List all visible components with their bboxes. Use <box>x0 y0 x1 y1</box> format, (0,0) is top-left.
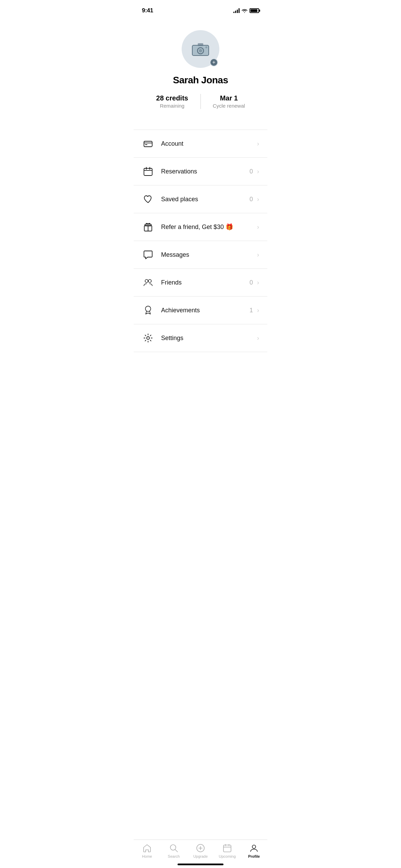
menu-item-reservations[interactable]: Reservations 0 › <box>134 158 267 185</box>
refer-label: Refer a friend, Get $30 🎁 <box>161 223 257 231</box>
menu-item-account[interactable]: Account › <box>134 130 267 158</box>
menu-item-friends[interactable]: Friends 0 › <box>134 269 267 297</box>
svg-point-19 <box>147 337 149 339</box>
status-icons <box>233 8 259 13</box>
signal-bars-icon <box>233 8 240 13</box>
menu-item-refer[interactable]: Refer a friend, Get $30 🎁 › <box>134 213 267 241</box>
gift-icon <box>142 221 154 233</box>
camera-icon <box>192 42 209 56</box>
credit-card-icon <box>142 137 154 150</box>
saved-places-chevron: › <box>257 196 259 203</box>
credits-stat: 28 credits Remaining <box>147 94 197 109</box>
avatar-upload-button[interactable]: + <box>182 30 219 68</box>
wifi-icon <box>242 9 247 13</box>
renewal-label: Cycle renewal <box>213 103 245 109</box>
svg-point-5 <box>205 46 207 48</box>
svg-rect-6 <box>144 141 152 147</box>
friends-label: Friends <box>161 279 250 286</box>
heart-icon <box>142 193 154 205</box>
user-name: Sarah Jonas <box>173 75 228 86</box>
saved-places-label: Saved places <box>161 196 250 203</box>
settings-chevron: › <box>257 335 259 342</box>
achievements-badge: 1 <box>250 307 253 314</box>
status-bar: 9:41 <box>134 0 267 16</box>
renewal-stat: Mar 1 Cycle renewal <box>204 94 254 109</box>
achievement-icon <box>142 304 154 316</box>
messages-chevron: › <box>257 251 259 258</box>
saved-places-badge: 0 <box>250 196 253 203</box>
achievements-label: Achievements <box>161 307 250 314</box>
message-icon <box>142 249 154 261</box>
menu-item-messages[interactable]: Messages › <box>134 241 267 269</box>
messages-label: Messages <box>161 251 257 258</box>
stats-row: 28 credits Remaining Mar 1 Cycle renewal <box>134 94 267 109</box>
friends-chevron: › <box>257 279 259 286</box>
stats-divider <box>200 94 201 109</box>
menu-item-saved-places[interactable]: Saved places 0 › <box>134 185 267 213</box>
credits-label: Remaining <box>160 103 184 109</box>
account-chevron: › <box>257 140 259 147</box>
refer-chevron: › <box>257 224 259 231</box>
reservations-badge: 0 <box>250 168 253 175</box>
reservations-label: Reservations <box>161 168 250 175</box>
profile-section: + Sarah Jonas 28 credits Remaining Mar 1… <box>134 16 267 119</box>
status-time: 9:41 <box>142 7 153 14</box>
menu-item-achievements[interactable]: Achievements 1 › <box>134 297 267 324</box>
battery-icon <box>250 8 259 13</box>
friends-icon <box>142 276 154 289</box>
menu-list: Account › Reservations 0 › Saved places … <box>134 130 267 352</box>
calendar-icon <box>142 165 154 178</box>
svg-rect-4 <box>198 43 203 46</box>
svg-point-18 <box>145 306 151 312</box>
menu-item-settings[interactable]: Settings › <box>134 324 267 352</box>
friends-badge: 0 <box>250 279 253 286</box>
credits-value: 28 credits <box>156 94 188 102</box>
renewal-value: Mar 1 <box>220 94 238 102</box>
achievements-chevron: › <box>257 307 259 314</box>
svg-point-16 <box>145 279 148 282</box>
reservations-chevron: › <box>257 168 259 175</box>
settings-icon <box>142 332 154 344</box>
account-label: Account <box>161 140 257 147</box>
settings-label: Settings <box>161 335 257 342</box>
svg-point-3 <box>199 49 202 52</box>
svg-rect-9 <box>144 168 152 176</box>
svg-point-17 <box>148 279 151 282</box>
add-photo-badge: + <box>210 58 218 67</box>
